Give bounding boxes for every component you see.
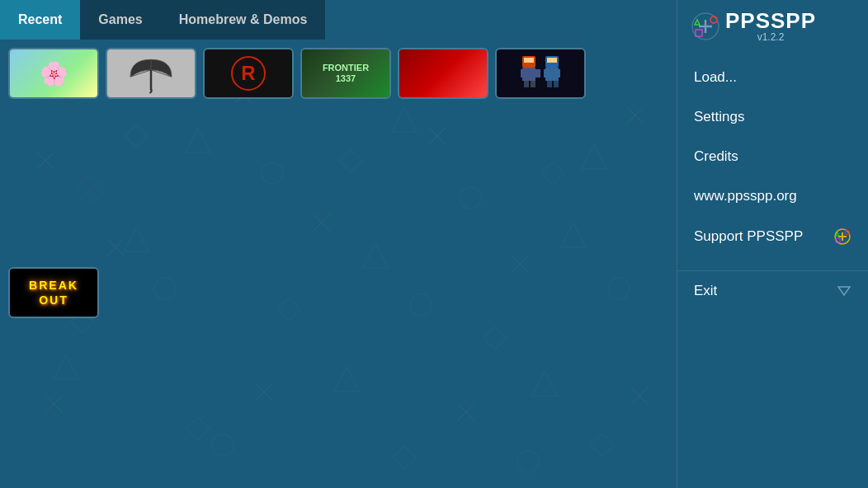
games-area: 🌸 R FRONTIER1337 [0,40,677,488]
ppsspp-logo: PPSSPP v1.2.2 [691,10,816,43]
tab-homebrew[interactable]: Homebrew & Demos [161,0,326,40]
tab-games[interactable]: Games [80,0,160,40]
psp-logo-icon [833,228,851,246]
svg-rect-58 [524,63,534,66]
menu-item-settings-label: Settings [694,109,744,125]
sidebar: PPSSPP v1.2.2 Load... Settings Credits w… [677,0,868,488]
svg-marker-84 [838,287,850,295]
menu-item-exit[interactable]: Exit [677,270,868,311]
menu-item-credits[interactable]: Credits [677,137,868,176]
ppsspp-logo-icon [691,12,720,41]
svg-point-81 [846,231,850,235]
game-thumb-6[interactable] [495,48,586,99]
menu-item-website-label: www.ppsspp.org [694,188,797,204]
game-thumb-5[interactable] [398,48,488,99]
menu-item-settings[interactable]: Settings [677,97,868,137]
game-thumb-7[interactable]: BREAK OUT [8,267,99,318]
game-thumb-2[interactable] [106,48,196,99]
svg-rect-61 [535,69,540,77]
tab-recent[interactable]: Recent [0,0,80,40]
app-title: PPSSPP [725,10,816,31]
svg-rect-68 [544,69,549,77]
svg-rect-60 [521,69,526,77]
svg-marker-76 [695,20,700,25]
menu-item-credits-label: Credits [694,148,738,165]
menu-item-support-label: Support PPSSPP [694,228,803,245]
svg-rect-66 [547,63,557,66]
game-thumb-4[interactable]: FRONTIER1337 [300,48,391,99]
svg-rect-62 [524,81,529,87]
svg-rect-70 [547,81,552,87]
svg-rect-71 [554,81,559,87]
game-thumb-3[interactable]: R [203,48,294,99]
svg-text:R: R [241,62,255,84]
svg-rect-69 [559,69,560,77]
sidebar-menu: Load... Settings Credits www.ppsspp.org … [677,58,868,488]
menu-item-load-label: Load... [694,69,737,86]
menu-item-support[interactable]: Support PPSSPP [677,216,868,257]
sidebar-header: PPSSPP v1.2.2 [677,0,868,49]
logo-text-block: PPSSPP v1.2.2 [725,10,816,43]
menu-item-website[interactable]: www.ppsspp.org [677,176,868,216]
svg-point-75 [710,16,717,23]
svg-rect-63 [531,81,535,87]
navigation-bar: Recent Games Homebrew & Demos [0,0,677,40]
app-version: v1.2.2 [725,31,816,43]
game-thumb-1[interactable]: 🌸 [8,48,99,99]
menu-item-exit-label: Exit [694,283,717,299]
menu-item-load[interactable]: Load... [677,58,868,97]
triangle-down-icon [837,284,851,298]
